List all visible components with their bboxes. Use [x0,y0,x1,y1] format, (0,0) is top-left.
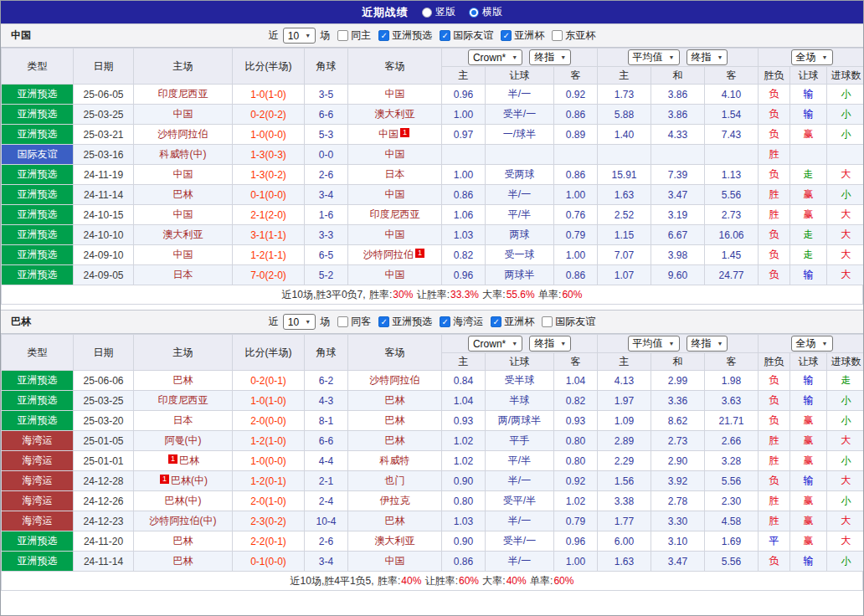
team-name-link[interactable]: 澳大利亚 [163,228,203,240]
team-section-china: 中国 近 10 ▼ 场 同主✓亚洲预选✓国际友谊✓亚洲杯东亚杯 类型 [1,23,863,305]
team-name-link[interactable]: 沙特阿拉伯(中) [150,515,217,526]
away-team-cell: 日本 [348,165,442,185]
team-name-link[interactable]: 中国 [173,249,193,260]
away-team-cell: 澳大利亚 [348,105,442,125]
avg-home-odds: 1.63 [598,552,651,572]
filter-checkbox[interactable]: 同客 [337,315,371,329]
result-outcome: 负 [759,471,790,491]
dropdown-arrow-icon: ▼ [512,54,517,60]
checkbox-checked-icon: ✓ [378,30,389,41]
scope-select[interactable]: 全场 ▼ [791,336,833,352]
filter-checkbox[interactable]: 东亚杯 [552,28,595,43]
team-name-link[interactable]: 巴林 [385,394,405,406]
team-name-link[interactable]: 沙特阿拉伯 [158,128,208,140]
team-name-link[interactable]: 日本 [173,269,193,280]
team-name-link[interactable]: 日本 [385,168,405,180]
average-stage-select[interactable]: 终指 ▼ [687,336,728,352]
team-name-link[interactable]: 伊拉克 [380,495,410,506]
scope-select-value: 全场 [796,336,816,351]
team-name-link[interactable]: 阿曼(中) [165,434,202,446]
away-team-cell: 中国 [348,265,442,285]
team-name-link[interactable]: 日本 [173,414,193,426]
team-name-link[interactable]: 中国 [173,108,193,120]
result-outcome: 负 [759,552,790,572]
team-name-link[interactable]: 巴林 [385,515,405,526]
team-name-link[interactable]: 科威特 [380,454,410,466]
team-name: 中国 [11,28,31,43]
summary-stat-value: 33.3% [450,289,479,300]
team-name-link[interactable]: 巴林 [173,555,193,567]
team-name-link[interactable]: 中国 [385,88,405,100]
filter-checkbox[interactable]: 国际友谊 [542,315,595,329]
filter-checkbox[interactable]: ✓国际友谊 [440,28,493,43]
team-name-link[interactable]: 巴林 [173,374,193,386]
summary-line: 近10场,胜3平0负7, 胜率:30% 让胜率:33.3% 大率:55.6% 单… [1,285,863,305]
team-name-link[interactable]: 沙特阿拉伯 [363,249,414,260]
sub-avg-draw: 和 [651,67,705,85]
team-name-link[interactable]: 巴林(中) [165,495,202,506]
team-name-link[interactable]: 巴林 [173,535,193,547]
team-name-link[interactable]: 中国 [378,128,399,140]
team-name-link[interactable]: 澳大利亚 [375,535,415,547]
filter-checkbox[interactable]: ✓亚洲杯 [491,315,534,329]
team-name-link[interactable]: 科威特(中) [160,148,207,160]
odds-stage-select[interactable]: 终指 ▼ [529,336,571,352]
handicap-line: 两球 [486,225,554,245]
recent-count-select[interactable]: 10 ▼ [283,314,316,330]
corner-count: 6-2 [305,371,348,391]
home-odds: 1.02 [442,431,486,451]
summary-stat-value: 60% [562,289,582,300]
away-team-cell: 也门 [348,471,442,491]
match-row: 亚洲预选24-11-14巴林0-1(0-0)3-4中国0.86半/一1.001.… [2,185,864,205]
average-stage-select[interactable]: 终指 ▼ [687,49,728,65]
team-name-link[interactable]: 中国 [385,269,405,280]
team-name-link[interactable]: 印度尼西亚 [158,88,208,100]
team-name-link[interactable]: 巴林 [179,454,199,466]
odds-stage-select[interactable]: 终指 ▼ [529,49,571,65]
average-select[interactable]: 平均值 ▼ [628,336,680,352]
bookmaker-select[interactable]: Crown* ▼ [468,336,522,352]
team-name-link[interactable]: 中国 [385,148,405,160]
sub-result: 胜负 [759,67,790,85]
team-name-link[interactable]: 中国 [173,168,193,180]
team-name-link[interactable]: 中国 [173,208,193,220]
filter-checkbox[interactable]: ✓亚洲杯 [501,28,544,43]
team-name-link[interactable]: 印度尼西亚 [370,208,420,220]
filter-checkbox[interactable]: ✓亚洲预选 [378,28,432,43]
team-name-link[interactable]: 中国 [385,555,405,567]
team-name-link[interactable]: 巴林 [385,414,405,426]
corner-count: 6-6 [305,431,348,451]
avg-draw-odds: 8.62 [651,411,705,431]
filter-checkbox[interactable]: ✓亚洲预选 [378,315,432,329]
team-name-link[interactable]: 中国 [385,228,405,240]
avg-away-odds: 4.10 [705,85,759,105]
average-select[interactable]: 平均值 ▼ [628,49,680,65]
filter-checkbox[interactable]: ✓海湾运 [440,315,483,329]
filter-checkbox[interactable]: 同主 [337,28,371,43]
recent-count-select[interactable]: 10 ▼ [283,28,316,44]
corner-count: 5-2 [305,265,348,285]
team-name-link[interactable]: 中国 [385,188,405,200]
team-name-link[interactable]: 也门 [385,475,405,486]
bookmaker-select[interactable]: Crown* ▼ [468,49,522,65]
team-name-link[interactable]: 沙特阿拉伯 [370,374,420,386]
avg-away-odds: 4.58 [705,511,759,531]
team-name-link[interactable]: 澳大利亚 [375,108,415,120]
team-name-link[interactable]: 巴林 [173,188,193,200]
layout-radio-vertical[interactable]: 竖版 [422,5,455,19]
team-name-link[interactable]: 巴林 [385,434,405,446]
away-odds: 0.79 [554,511,598,531]
match-row: 亚洲预选25-03-21沙特阿拉伯1-0(0-0)5-3中国10.97一/球半0… [2,125,864,145]
team-name-link[interactable]: 巴林(中) [171,475,208,486]
team-name-link[interactable]: 印度尼西亚 [158,394,208,406]
team-section-bahrain: 巴林 近 10 ▼ 场 同客✓亚洲预选✓海湾运✓亚洲杯国际友谊 类型 [1,310,863,591]
layout-radio-horizontal[interactable]: 横版 [469,5,502,19]
filter-checkbox-label: 海湾运 [453,315,483,329]
summary-line: 近10场,胜4平1负5, 胜率:40% 让胜率:60% 大率:40% 单率:60… [1,572,863,591]
sub-home-odds: 主 [442,67,486,85]
scope-select[interactable]: 全场 ▼ [791,49,833,65]
avg-draw-odds: 3.86 [651,105,705,125]
home-team-cell: 中国 [134,165,233,185]
avg-draw-odds: 3.47 [651,185,705,205]
avg-draw-odds: 3.98 [651,245,705,265]
